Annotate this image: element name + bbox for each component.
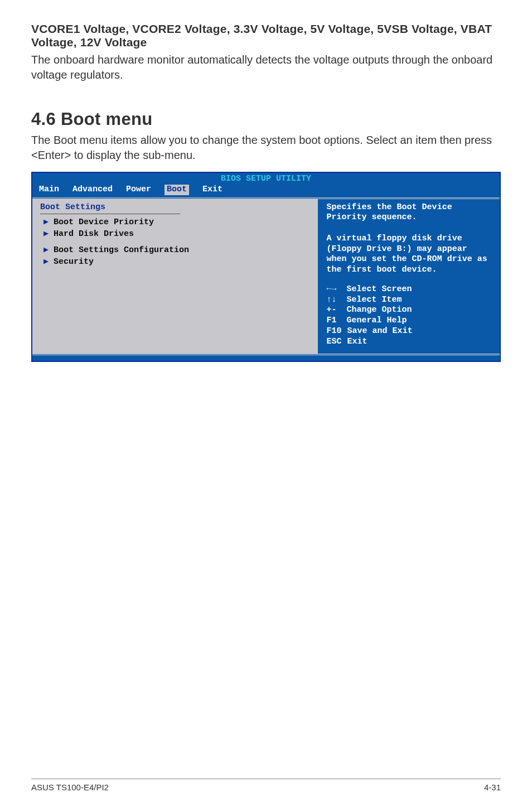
footer-product-name: ASUS TS100-E4/PI2 bbox=[31, 782, 109, 792]
boot-settings-divider bbox=[40, 214, 180, 214]
menuitem-boot-settings-config[interactable]: ▶ Boot Settings Configuration bbox=[43, 245, 310, 256]
bios-tabstrip: Main Advanced Power Boot Exit bbox=[32, 185, 500, 197]
menuitem-label: Boot Settings Configuration bbox=[54, 245, 189, 256]
bios-title-text: BIOS SETUP UTILITY bbox=[221, 174, 311, 185]
bios-footer bbox=[32, 355, 500, 361]
key-arrows-ud-icon: ↑↓ bbox=[327, 295, 341, 306]
boot-settings-title: Boot Settings bbox=[40, 202, 310, 213]
key-row: ↑↓ Select Item bbox=[327, 295, 492, 306]
submenu-arrow-icon: ▶ bbox=[43, 229, 49, 240]
tab-main[interactable]: Main bbox=[39, 185, 59, 195]
bios-body: Boot Settings ▶ Boot Device Priority ▶ H… bbox=[32, 197, 500, 356]
key-label: Select Screen bbox=[347, 284, 412, 295]
key-label: Select Item bbox=[347, 295, 402, 306]
tab-exit[interactable]: Exit bbox=[202, 185, 223, 195]
key-f10: F10 bbox=[327, 326, 342, 337]
menuitem-security[interactable]: ▶ Security bbox=[43, 257, 310, 268]
tab-advanced[interactable]: Advanced bbox=[72, 185, 113, 195]
submenu-arrow-icon: ▶ bbox=[43, 218, 49, 228]
page-footer: ASUS TS100-E4/PI2 4-31 bbox=[31, 779, 501, 792]
key-arrows-lr-icon: ←→ bbox=[327, 284, 341, 295]
key-row: ESC Exit bbox=[327, 337, 492, 347]
key-label: Change Option bbox=[347, 305, 412, 316]
menuitem-label: Security bbox=[54, 257, 94, 268]
submenu-arrow-icon: ▶ bbox=[43, 245, 49, 256]
key-row: +- Change Option bbox=[327, 305, 492, 316]
bios-left-pane: Boot Settings ▶ Boot Device Priority ▶ H… bbox=[32, 199, 319, 354]
key-esc: ESC bbox=[327, 337, 342, 347]
submenu-arrow-icon: ▶ bbox=[43, 257, 49, 268]
menuitem-label: Hard Disk Drives bbox=[54, 229, 134, 240]
key-row: ←→ Select Screen bbox=[327, 284, 492, 295]
key-label: Exit bbox=[347, 337, 367, 347]
boot-menu-title: 4.6 Boot menu bbox=[31, 109, 501, 129]
vcore-paragraph: The onboard hardware monitor automatical… bbox=[31, 52, 501, 83]
key-label: General Help bbox=[347, 316, 407, 326]
tab-power[interactable]: Power bbox=[126, 185, 151, 195]
bios-window: BIOS SETUP UTILITY Main Advanced Power B… bbox=[31, 172, 501, 362]
boot-menu-paragraph: The Boot menu items allow you to change … bbox=[31, 133, 501, 163]
key-row: F10 Save and Exit bbox=[327, 326, 492, 337]
menuitem-label: Boot Device Priority bbox=[54, 218, 154, 228]
bios-help-pane: Specifies the Boot Device Priority seque… bbox=[319, 199, 500, 354]
footer-page-number: 4-31 bbox=[484, 782, 501, 792]
key-plus-minus: +- bbox=[327, 305, 341, 316]
bios-titlebar: BIOS SETUP UTILITY bbox=[32, 173, 500, 185]
key-label: Save and Exit bbox=[347, 326, 413, 337]
vcore-heading: VCORE1 Voltage, VCORE2 Voltage, 3.3V Vol… bbox=[31, 22, 501, 49]
menuitem-boot-device-priority[interactable]: ▶ Boot Device Priority bbox=[43, 218, 310, 228]
key-legend: ←→ Select Screen ↑↓ Select Item +- Chang… bbox=[327, 284, 492, 347]
menuitem-hard-disk-drives[interactable]: ▶ Hard Disk Drives bbox=[43, 229, 310, 240]
key-row: F1 General Help bbox=[327, 316, 492, 326]
tab-boot[interactable]: Boot bbox=[165, 185, 189, 195]
key-f1: F1 bbox=[327, 316, 341, 326]
help-text: Specifies the Boot Device Priority seque… bbox=[327, 202, 492, 276]
